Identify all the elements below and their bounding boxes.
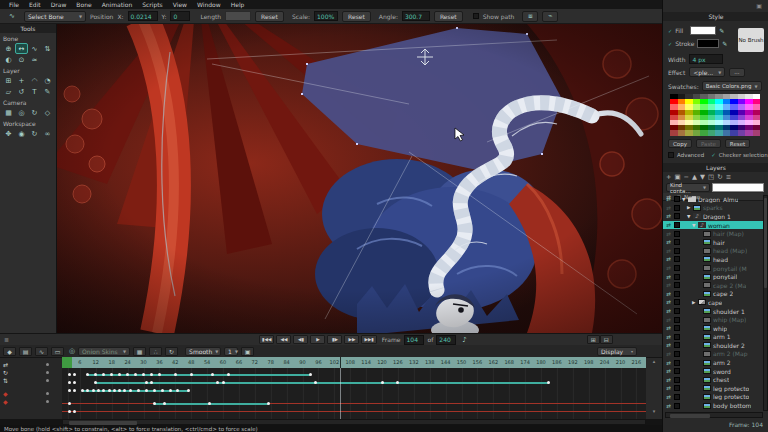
palette-swatch-7-11[interactable] — [753, 130, 761, 135]
layer-select-checkbox[interactable] — [674, 342, 680, 348]
orbit-workspace-tool-icon[interactable]: ∞ — [41, 128, 54, 139]
layer-select-checkbox[interactable] — [674, 351, 680, 357]
layer-visibility-toggle[interactable]: ⇄ — [663, 317, 674, 323]
scale-input[interactable]: 100% — [314, 11, 338, 21]
color-palette[interactable] — [670, 94, 760, 136]
next-keyframe-button[interactable]: ▶▶ — [344, 335, 359, 344]
audio-icon[interactable]: ♪ — [462, 336, 466, 344]
keyframe-dot[interactable] — [153, 389, 156, 392]
width-input[interactable]: 4 px — [689, 54, 723, 64]
key-count-dropdown[interactable]: 1 ▼ — [224, 347, 238, 356]
copy-button[interactable]: Copy — [668, 139, 692, 148]
keyframe-dot[interactable] — [145, 389, 148, 392]
length-input[interactable] — [225, 11, 251, 21]
onion-skin-toggle-icon[interactable]: ◎ — [69, 347, 75, 355]
fill-eyedropper-icon[interactable]: ✎ — [719, 27, 724, 34]
bone-strength-tool-icon[interactable]: ◐ — [2, 54, 15, 65]
roll-camera-tool-icon[interactable]: ↻ — [28, 107, 41, 118]
bone-rotation-channel-options[interactable] — [46, 371, 49, 374]
keyframe-dot[interactable] — [81, 389, 84, 392]
layer-select-checkbox[interactable] — [674, 274, 680, 280]
keyframe-dot[interactable] — [110, 373, 113, 376]
rotate-layer-xy-tool-icon[interactable]: ◔ — [41, 75, 54, 86]
layer-visibility-toggle[interactable]: ⇄ — [663, 291, 674, 297]
layer-row-hair-map-[interactable]: ⇄hair (Map) — [663, 229, 763, 238]
new-folder-icon[interactable]: ◳ — [708, 173, 714, 181]
transform-layer-tool-icon[interactable]: ⊞ — [2, 75, 15, 86]
layer-row-cape-2[interactable]: ⇄cape 2 — [663, 290, 763, 299]
fill-checkbox[interactable]: ✓ — [668, 28, 672, 34]
keyframe-dot[interactable] — [163, 402, 166, 405]
keyframe-dot[interactable] — [68, 373, 71, 376]
layer-filter-dropdown[interactable]: Kind conta... ▼ — [666, 183, 710, 192]
effect-dropdown[interactable]: <ple... ▼ — [689, 67, 725, 77]
keyframe-dot[interactable] — [547, 381, 550, 384]
layer-visibility-toggle[interactable]: ⇄ — [663, 351, 674, 357]
timeline-ruler[interactable]: 6121824303642485460667278849096102108114… — [62, 357, 646, 368]
keyframe-dot[interactable] — [92, 389, 95, 392]
bone-translation-channel-icon[interactable]: ⇄ — [3, 361, 8, 368]
keyframe-dot[interactable] — [113, 389, 116, 392]
text-tool-icon[interactable]: T — [28, 86, 41, 97]
layer-select-checkbox[interactable] — [674, 239, 680, 245]
keyframe-dot[interactable] — [137, 389, 140, 392]
keyframe-segment[interactable] — [88, 374, 311, 376]
layer-select-checkbox[interactable] — [674, 299, 680, 305]
layer-row-woman[interactable]: ⇄▼⑀woman — [663, 221, 763, 230]
step-back-button[interactable]: ◀▮ — [293, 335, 308, 344]
layer-visibility-toggle[interactable]: ⇄ — [663, 385, 674, 391]
layer-select-checkbox[interactable] — [674, 248, 680, 254]
keyframe-dot[interactable] — [129, 389, 132, 392]
set-origin-tool-icon[interactable]: + — [15, 75, 28, 86]
show-path-checkbox[interactable] — [473, 13, 479, 19]
layer-visibility-toggle[interactable]: ⇄ — [663, 299, 674, 305]
bone-dynamics-icon[interactable]: ⌁ — [542, 11, 558, 22]
keyframe-dot[interactable] — [123, 389, 126, 392]
keyframe-dot[interactable] — [94, 381, 97, 384]
stroke-checkbox[interactable]: ✓ — [668, 41, 672, 47]
timeline-scroll-down-icon[interactable]: ▾ — [646, 408, 662, 414]
layer-visibility-toggle[interactable]: ⇄ — [663, 196, 674, 202]
layer-visibility-toggle[interactable]: ⇄ — [663, 256, 674, 262]
layer-visibility-toggle[interactable]: ⇄ — [663, 377, 674, 383]
palette-swatch-7-8[interactable] — [730, 130, 738, 135]
layer-row-cape[interactable]: ⇄▶cape — [663, 298, 763, 307]
layer-select-checkbox[interactable] — [674, 231, 680, 237]
layer-visibility-toggle[interactable]: ⇄ — [663, 325, 674, 331]
keyframe-dot[interactable] — [142, 373, 145, 376]
keyframe-dot[interactable] — [208, 402, 211, 405]
layer-select-checkbox[interactable] — [674, 403, 680, 409]
layer-row-head-map-[interactable]: ⇄head (Map) — [663, 247, 763, 256]
keyframe-dot[interactable] — [68, 389, 71, 392]
new-layer-icon[interactable]: + — [666, 173, 671, 181]
layer-select-checkbox[interactable] — [674, 256, 680, 262]
key-cycle-icon[interactable]: ↻ — [165, 347, 178, 356]
paste-button[interactable]: Paste — [696, 139, 721, 148]
no-brush-button[interactable]: No Brush — [738, 28, 764, 52]
bone-scale-channel-icon[interactable]: ⇅ — [3, 377, 8, 384]
layer-visibility-toggle[interactable]: ⇄ — [663, 265, 674, 271]
layer-row-dragon-almu[interactable]: ⇄▼Dragon_Almu — [663, 195, 763, 204]
keyframe-segment[interactable] — [154, 403, 268, 405]
keyframe-dot[interactable] — [134, 373, 137, 376]
keyframe-dot[interactable] — [108, 389, 111, 392]
onion-skins-dropdown[interactable]: Onion Skins ▼ — [78, 347, 130, 356]
advanced-checkbox[interactable] — [668, 152, 674, 158]
layer-select-checkbox[interactable] — [674, 213, 680, 219]
menu-draw[interactable]: Draw — [46, 1, 72, 8]
layer-row-arm-2[interactable]: ⇄arm 2 — [663, 358, 763, 367]
frame-input[interactable]: 104 — [404, 335, 424, 345]
move-layer-up-icon[interactable]: ▲ — [692, 173, 697, 181]
palette-swatch-7-2[interactable] — [685, 130, 693, 135]
layer-row-cape-2-ma[interactable]: ⇄cape 2 (Ma — [663, 281, 763, 290]
layer-visibility-toggle[interactable]: ⇄ — [663, 274, 674, 280]
timeline-menu-icon[interactable]: ≣ — [4, 336, 9, 343]
tool-mode-dropdown[interactable]: Select Bone ▼ — [24, 11, 86, 22]
display-dropdown[interactable]: Display ▾ — [597, 347, 637, 356]
keyframe-dot[interactable] — [68, 410, 71, 413]
keyframe-dot[interactable] — [174, 373, 177, 376]
rotate-workspace-tool-icon[interactable]: ↻ — [28, 128, 41, 139]
keyframe-dot[interactable] — [145, 381, 148, 384]
expand-timeline-icon[interactable]: ⊞ — [587, 335, 600, 344]
reset-position-button[interactable]: Reset — [255, 11, 284, 22]
